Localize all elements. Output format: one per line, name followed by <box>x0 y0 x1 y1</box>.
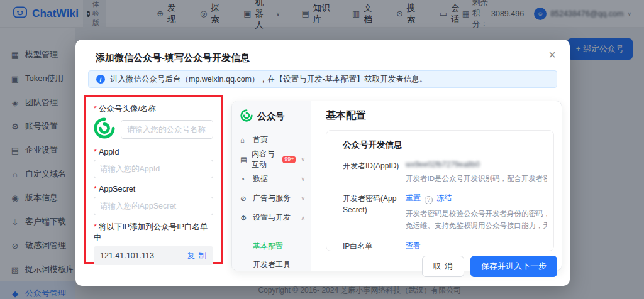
chevron-down-icon: ∨ <box>301 156 305 163</box>
preview-appsecret-actions: 重置?冻结 <box>406 193 547 204</box>
preview-menu-ads-services: ⊘广告与服务∨ <box>240 188 311 208</box>
preview-menu-content-interaction: ▤内容与互动99+∨ <box>240 150 311 169</box>
preview-appid-value: wx9ee02fb7279ea8b0 <box>406 160 547 169</box>
preview-content: 基本配置 公众号开发信息 开发者ID(AppID) wx9ee02fb7279e… <box>311 101 562 271</box>
ip-address-box: 121.41.101.113 复 制 <box>94 246 213 265</box>
info-banner: i 进入微信公众号后台（mp.weixin.qq.com），在【设置与开发-基本… <box>88 70 557 88</box>
info-banner-text: 进入微信公众号后台（mp.weixin.qq.com），在【设置与开发-基本配置… <box>110 74 427 85</box>
preview-sidebar: 公众号 ⌂首页 ▤内容与互动99+∨ ◔数据∨ ⊘广告与服务∨ ⚙设置与开发∧ … <box>232 101 311 271</box>
preview-submenu-dev-tools: 开发者工具 <box>240 256 311 271</box>
content-icon: ▤ <box>240 155 247 164</box>
info-icon: i <box>96 75 105 84</box>
ads-icon: ⊘ <box>240 194 248 203</box>
wechat-swirl-icon <box>240 109 253 124</box>
add-wechat-account-modal: 添加微信公众号-填写公众号开发信息 × i 进入微信公众号后台（mp.weixi… <box>75 40 570 286</box>
preview-logo-text: 公众号 <box>257 111 285 122</box>
avatar-name-row <box>94 117 213 141</box>
appid-input[interactable] <box>94 160 213 178</box>
notification-badge: 99+ <box>282 156 296 163</box>
preview-page-heading: 基本配置 <box>326 109 562 122</box>
preview-appid-row: 开发者ID(AppID) wx9ee02fb7279ea8b0 开发者ID是公众… <box>343 160 547 184</box>
preview-menu-home: ⌂首页 <box>240 130 311 150</box>
preview-appsecret-label: 开发者密码(AppSecret) <box>343 193 406 231</box>
wechat-account-avatar-icon <box>94 117 115 141</box>
gear-icon: ⚙ <box>240 214 248 222</box>
preview-appid-desc: 开发者ID是公众号开发识别码，配合开发者密码可调用公众号的接口能力。 <box>406 173 547 184</box>
required-asterisk: * <box>94 104 97 113</box>
preview-appid-label: 开发者ID(AppID) <box>343 160 406 184</box>
ip-whitelist-label: *将以下IP添加到公众号IP白名单中 <box>94 222 213 243</box>
highlight-rectangle-form: *公众号头像/名称 *AppId *AppSecret *将以下IP添加到公众号… <box>84 95 223 264</box>
preview-appsecret-row: 开发者密码(AppSecret) 重置?冻结 开发者密码是校验公众号开发者身份的… <box>343 193 547 231</box>
chevron-up-icon: ∧ <box>301 215 305 221</box>
modal-title: 添加微信公众号-填写公众号开发信息 <box>96 52 250 64</box>
preview-section-title: 公众号开发信息 <box>343 139 547 151</box>
required-asterisk: * <box>94 148 97 156</box>
preview-ip-whitelist-row: IP白名单 查看 通过开发者ID及密码调用获取access_token接口时，需… <box>343 241 547 251</box>
copy-ip-button[interactable]: 复 制 <box>187 251 207 261</box>
preview-dev-info-panel: 公众号开发信息 开发者ID(AppID) wx9ee02fb7279ea8b0 … <box>326 130 554 251</box>
appid-label: *AppId <box>94 148 213 156</box>
ip-address-value: 121.41.101.113 <box>100 251 154 260</box>
reset-link: 重置 <box>406 193 421 202</box>
avatar-name-label: *公众号头像/名称 <box>94 104 213 114</box>
save-next-button[interactable]: 保存并进入下一步 <box>470 256 557 277</box>
home-icon: ⌂ <box>240 136 248 144</box>
freeze-link: 冻结 <box>436 193 452 202</box>
preview-appsecret-desc-1: 开发者密码是校验公众号开发者身份的密码，具有极高的安全性。切记勿把密 <box>406 208 547 219</box>
account-name-input[interactable] <box>121 120 213 139</box>
wechat-admin-preview-image: 公众号 ⌂首页 ▤内容与互动99+∨ ◔数据∨ ⊘广告与服务∨ ⚙设置与开发∧ … <box>231 101 562 271</box>
modal-actions: 取 消 保存并进入下一步 <box>422 256 557 277</box>
chevron-down-icon: ∨ <box>301 195 305 202</box>
preview-submenu: 基本配置 开发者工具 <box>240 232 311 271</box>
chevron-down-icon: ∨ <box>301 176 305 182</box>
close-icon[interactable]: × <box>548 48 556 62</box>
preview-menu-settings-dev: ⚙设置与开发∧ <box>240 208 311 227</box>
preview-submenu-basic-config: 基本配置 <box>240 237 311 256</box>
preview-ip-whitelist-label: IP白名单 <box>343 241 406 251</box>
clock-icon: ◔ <box>240 175 248 183</box>
preview-appsecret-desc-2: 免运维、支持免鉴权调用公众号接口能力，无需启用开发者密码及配置IP白名 <box>406 220 547 231</box>
required-asterisk: * <box>94 222 97 231</box>
cancel-button[interactable]: 取 消 <box>422 256 464 277</box>
appsecret-input[interactable] <box>94 197 213 215</box>
view-link: 查看 <box>406 241 547 251</box>
preview-wechat-logo: 公众号 <box>240 109 311 124</box>
preview-menu-data: ◔数据∨ <box>240 169 311 188</box>
help-icon: ? <box>425 196 433 204</box>
appsecret-label: *AppSecret <box>94 185 213 193</box>
required-asterisk: * <box>94 185 97 193</box>
